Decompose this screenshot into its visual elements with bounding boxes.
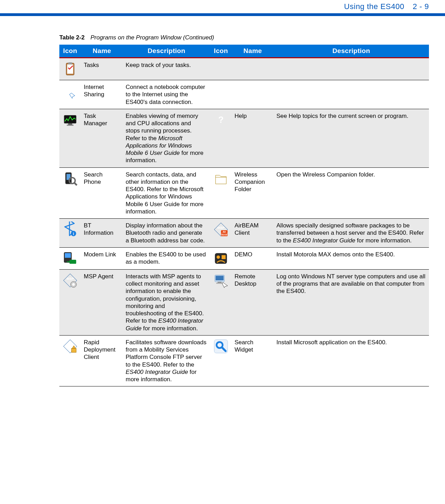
header-section: Using the ES400 (344, 2, 405, 11)
cell-icon (210, 219, 232, 248)
cell-icon (210, 109, 232, 167)
cell-name (232, 80, 274, 109)
table-row: Task ManagerEnables viewing of memory an… (59, 109, 429, 167)
cell-icon (210, 167, 232, 219)
table-header-row: Icon Name Description Icon Name Descript… (59, 45, 429, 58)
rapid-deployment-client-icon (62, 338, 78, 354)
cell-icon (59, 269, 81, 335)
table-caption-title: Programs on the Program Window (Continue… (90, 34, 214, 41)
col-icon-1: Icon (59, 45, 81, 58)
col-name-1: Name (81, 45, 123, 58)
msp-agent-icon (62, 272, 78, 288)
cell-icon (210, 335, 232, 386)
col-icon-2: Icon (210, 45, 232, 58)
cell-desc: Enables the ES400 to be used as a modem. (123, 247, 210, 269)
cell-desc: Log onto Windows NT server type computer… (274, 269, 429, 335)
header-page: 2 - 9 (413, 2, 429, 11)
cell-desc: Install Motorola MAX demos onto the ES40… (274, 247, 429, 269)
cell-icon (59, 247, 81, 269)
cell-desc: Install Microsoft application on the ES4… (274, 335, 429, 386)
modem-link-icon (62, 250, 78, 266)
table-row: Search PhoneSearch contacts, data, and o… (59, 167, 429, 219)
cell-name: BT Information (81, 219, 123, 248)
cell-desc: Enables viewing of memory and CPU alloca… (123, 109, 210, 167)
cell-name: Remote Desktop (232, 269, 274, 335)
cell-name: DEMO (232, 247, 274, 269)
cell-name: Search Phone (81, 167, 123, 219)
col-desc-2: Description (274, 45, 429, 58)
cell-name: Internet Sharing (81, 80, 123, 109)
cell-desc: Keep track of your tasks. (123, 58, 210, 80)
cell-icon (210, 80, 232, 109)
cell-desc: Open the Wireless Companion folder. (274, 167, 429, 219)
cell-icon (210, 247, 232, 269)
page-header: Using the ES400 2 - 9 (0, 0, 445, 16)
cell-desc: Connect a notebook computer to the Inter… (123, 80, 210, 109)
cell-icon (210, 269, 232, 335)
cell-desc: Interacts with MSP agents to collect mon… (123, 269, 210, 335)
airbeam-client-icon (213, 221, 229, 238)
cell-desc: Display information about the Bluetooth … (123, 219, 210, 248)
cell-name: Wireless Companion Folder (232, 167, 274, 219)
cell-icon (59, 80, 81, 109)
table-caption-label: Table 2-2 (59, 34, 84, 41)
cell-icon (59, 109, 81, 167)
cell-desc: Search contacts, data, and other informa… (123, 167, 210, 219)
cell-icon (59, 58, 81, 80)
col-desc-1: Description (123, 45, 210, 58)
search-phone-icon (62, 171, 78, 187)
table-row: BT InformationDisplay information about … (59, 219, 429, 248)
cell-icon (59, 167, 81, 219)
cell-icon (59, 219, 81, 248)
cell-desc: Allows specially designed software packa… (274, 219, 429, 248)
demo-icon (213, 250, 229, 266)
cell-name (232, 58, 274, 80)
table-row: MSP AgentInteracts with MSP agents to co… (59, 269, 429, 335)
cell-desc (274, 58, 429, 80)
remote-desktop-icon (213, 272, 229, 288)
task-manager-icon (62, 112, 78, 128)
help-icon (213, 112, 229, 128)
cell-name: MSP Agent (81, 269, 123, 335)
table-caption: Table 2-2 Programs on the Program Window… (59, 34, 429, 41)
cell-name: AirBEAM Client (232, 219, 274, 248)
cell-icon (210, 58, 232, 80)
table-row: Modem LinkEnables the ES400 to be used a… (59, 247, 429, 269)
programs-table: Icon Name Description Icon Name Descript… (59, 45, 429, 386)
cell-desc: See Help topics for the current screen o… (274, 109, 429, 167)
cell-icon (59, 335, 81, 386)
cell-name: Modem Link (81, 247, 123, 269)
cell-name: Help (232, 109, 274, 167)
tasks-icon (62, 61, 78, 77)
table-row: Rapid Deployment ClientFacilitates softw… (59, 335, 429, 386)
col-name-2: Name (232, 45, 274, 58)
cell-name: Search Widget (232, 335, 274, 386)
wireless-companion-folder-icon (213, 171, 229, 187)
internet-sharing-icon (62, 83, 78, 99)
search-widget-icon (213, 338, 229, 354)
cell-desc: Facilitates software downloads from a Mo… (123, 335, 210, 386)
cell-name: Rapid Deployment Client (81, 335, 123, 386)
table-row: TasksKeep track of your tasks. (59, 58, 429, 80)
table-row: Internet SharingConnect a notebook compu… (59, 80, 429, 109)
bt-information-icon (62, 221, 78, 238)
cell-name: Tasks (81, 58, 123, 80)
cell-name: Task Manager (81, 109, 123, 167)
cell-desc (274, 80, 429, 109)
